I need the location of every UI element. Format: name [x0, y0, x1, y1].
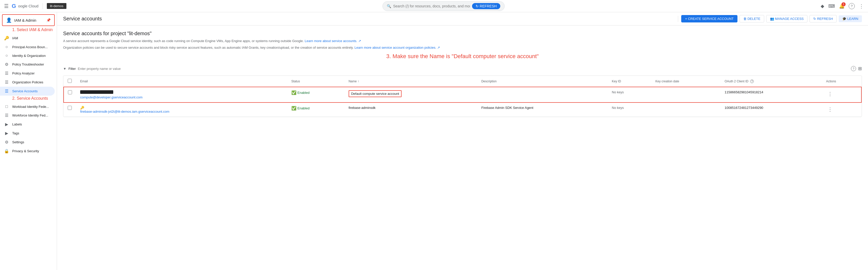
sidebar-header-label: IAM & Admin [14, 18, 36, 22]
labels-icon: ▶ [4, 122, 9, 127]
table-help-icon[interactable]: ? [851, 66, 856, 71]
row1-description [477, 87, 608, 103]
sidebar-item-label: Labels [12, 123, 51, 126]
row1-email: compute@developer.gserviceaccount.com [76, 87, 287, 103]
col-actions: Actions [822, 76, 861, 87]
status-badge: ✅ Enabled [291, 90, 340, 95]
select-all-checkbox[interactable] [68, 79, 72, 83]
project-selector[interactable]: lit-demos [47, 3, 66, 9]
status-badge: ✅ Enabled [291, 106, 340, 111]
firebase-email-icon: 🔑 [80, 106, 84, 110]
search-input[interactable] [393, 4, 470, 8]
row1-email-link[interactable]: compute@developer.gserviceaccount.com [80, 96, 283, 99]
row2-select-checkbox[interactable] [68, 106, 72, 110]
step3-annotation: 3. Make sure the Name is "Default comput… [63, 53, 862, 60]
enabled-icon: ✅ [291, 106, 297, 111]
row2-key-creation-date [651, 103, 721, 117]
row1-select-checkbox[interactable] [68, 90, 72, 94]
manage-access-button[interactable]: 👥 MANAGE ACCESS [766, 15, 807, 22]
row2-checkbox[interactable] [64, 103, 76, 117]
cloud-shell-icon[interactable]: ◆ [821, 3, 824, 9]
notification-count: 1 [841, 2, 846, 6]
learn-button[interactable]: 🎓 LEARN [839, 15, 862, 22]
delete-button[interactable]: 🗑 DELETE [740, 15, 764, 22]
row2-actions[interactable]: ⋮ [822, 103, 861, 117]
sidebar-item-workforce-identity[interactable]: ☰ Workforce Identity Fed... [0, 111, 55, 120]
create-service-account-button[interactable]: + CREATE SERVICE ACCOUNT [681, 15, 738, 22]
sidebar-item-label: IAM [12, 36, 51, 40]
org-policies-icon: ☰ [4, 80, 9, 85]
col-email: Email [76, 76, 287, 87]
filter-label: Filter [68, 67, 76, 71]
notifications[interactable]: 🔔 1 [839, 3, 845, 9]
row2-email: 🔑 firebase-adminsdk-jvt2t@lit-demos.iam.… [76, 103, 287, 117]
workforce-icon: ☰ [4, 113, 9, 118]
topbar-right: ◆ ⌨ 🔔 1 ? ⋮ [821, 3, 864, 9]
row1-name: Default compute service account [345, 87, 477, 103]
more-options-icon[interactable]: ⋮ [859, 3, 864, 9]
sidebar-item-tags[interactable]: ▶ Tags [0, 129, 55, 138]
principal-access-icon: ○ [4, 45, 9, 49]
row2-actions-button[interactable]: ⋮ [826, 106, 834, 113]
sidebar-item-policy-analyzer[interactable]: ☰ Policy Analyzer [0, 69, 55, 78]
default-compute-name-box: Default compute service account [349, 90, 402, 97]
sidebar-item-label: Policy Analyzer [12, 72, 51, 75]
table-header-row: Email Status Name ↑ Description Key ID K… [64, 76, 861, 87]
tags-icon: ▶ [4, 131, 9, 136]
row1-oauth-client-id: 115866582981045918214 [721, 87, 822, 103]
table-grid-icon[interactable]: ⊞ [858, 66, 862, 72]
filter-icon: ▼ [63, 67, 66, 71]
search-button[interactable]: ↻ REFRESH [472, 3, 500, 9]
workload-icon: □ [4, 104, 9, 109]
search-icon: 🔍 [387, 4, 391, 8]
email-masked [80, 90, 113, 94]
sidebar-item-policy-troubleshooter[interactable]: ⚙ Policy Troubleshooter [0, 60, 55, 69]
row2-name: firebase-adminsdk [345, 103, 477, 117]
filter-bar: ▼ Filter ? ⊞ [63, 64, 862, 74]
col-status: Status [287, 76, 345, 87]
table-row: 🔑 firebase-adminsdk-jvt2t@lit-demos.iam.… [64, 103, 861, 117]
sidebar-item-workload-identity[interactable]: □ Workload Identity Fede... [0, 102, 55, 111]
sidebar-item-settings[interactable]: ⚙ Settings [0, 138, 55, 146]
sidebar-item-iam[interactable]: 🔑 IAM [0, 34, 55, 43]
terminal-icon[interactable]: ⌨ [828, 3, 835, 9]
identity-org-icon: ○ [4, 53, 9, 58]
col-key-creation-date: Key creation date [651, 76, 721, 87]
filter-input[interactable] [78, 67, 849, 71]
google-g-icon: G [12, 3, 16, 9]
row2-status: ✅ Enabled [287, 103, 345, 117]
topbar: ☰ G oogle Cloud lit-demos 🔍 ↻ REFRESH ◆ … [0, 0, 868, 12]
sub-header: Service accounts + CREATE SERVICE ACCOUN… [57, 12, 868, 26]
learn-more-link-1[interactable]: Learn more about service accounts. ↗ [305, 39, 361, 43]
row2-email-link[interactable]: firebase-adminsdk-jvt2t@lit-demos.iam.gs… [80, 110, 283, 113]
col-name[interactable]: Name ↑ [345, 76, 477, 87]
enabled-icon: ✅ [291, 90, 297, 95]
sidebar-item-org-policies[interactable]: ☰ Organization Policies [0, 78, 55, 87]
sidebar-item-privacy-security[interactable]: 🔒 Privacy & Security [0, 146, 55, 156]
sidebar-item-identity-org[interactable]: ○ Identity & Organization [0, 51, 55, 60]
learn-more-link-2[interactable]: Learn more about service account organiz… [354, 46, 440, 50]
col-oauth-client-id: OAuth 2 Client ID ? [721, 76, 822, 87]
help-icon[interactable]: ? [849, 3, 855, 9]
main-content: Service accounts + CREATE SERVICE ACCOUN… [57, 12, 868, 270]
service-accounts-table: Email Status Name ↑ Description Key ID K… [63, 76, 862, 117]
sidebar-item-label: Workforce Identity Fed... [12, 113, 51, 117]
content-area: Service accounts for project "lit-demos"… [57, 26, 868, 122]
row1-checkbox[interactable] [64, 87, 76, 103]
oauth-help-icon[interactable]: ? [750, 80, 754, 83]
row1-actions-button[interactable]: ⋮ [826, 90, 834, 98]
row1-key-creation-date [651, 87, 721, 103]
sidebar-header[interactable]: 👤 IAM & Admin 📌 [2, 14, 55, 26]
col-key-id: Key ID [608, 76, 651, 87]
page-title: Service accounts [63, 16, 675, 22]
row2-key-id: No keys [608, 103, 651, 117]
sidebar-item-service-accounts[interactable]: ☰ Service Accounts [0, 87, 55, 96]
content-desc-2: Organization policies can be used to sec… [63, 45, 862, 50]
refresh-button[interactable]: ↻ REFRESH [809, 15, 837, 22]
sidebar-item-labels[interactable]: ▶ Labels [0, 120, 55, 129]
hamburger-icon[interactable]: ☰ [4, 3, 9, 9]
row1-actions[interactable]: ⋮ [822, 87, 861, 103]
sidebar-item-principal-access[interactable]: ○ Principal Access Boun... [0, 43, 55, 51]
row1-status: ✅ Enabled [287, 87, 345, 103]
row1-key-id: No keys [608, 87, 651, 103]
